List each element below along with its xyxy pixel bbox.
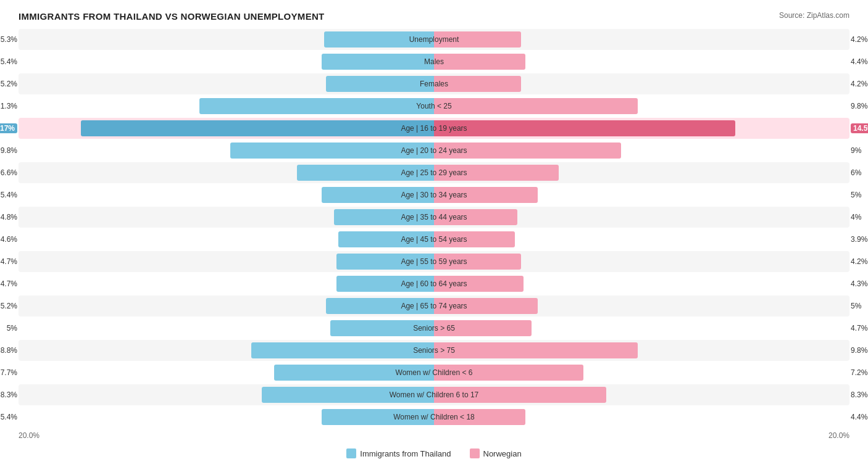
bar-label: Males — [424, 57, 444, 66]
bar-row: 11.3% Youth < 25 9.8% — [19, 96, 849, 117]
bar-label: Seniors > 65 — [413, 324, 455, 333]
bar-inner: 5% Seniors > 65 4.7% — [19, 318, 849, 339]
bar-row: 9.8% Age | 20 to 24 years 9% — [19, 140, 849, 161]
bar-label: Age | 25 to 29 years — [401, 168, 467, 177]
bar-row: 4.7% Age | 55 to 59 years 4.2% — [19, 251, 849, 272]
bar-inner: 5.3% Unemployment 4.2% — [19, 29, 849, 50]
right-value: 6% — [851, 168, 861, 177]
left-bar — [326, 76, 434, 92]
bar-inner: 11.3% Youth < 25 9.8% — [19, 96, 849, 117]
bar-row: 5.2% Age | 65 to 74 years 5% — [19, 295, 849, 316]
right-side: 9.8% — [434, 98, 849, 114]
left-side: 5.4% — [19, 409, 434, 425]
left-value: 5% — [7, 324, 17, 333]
bar-inner: 17% Age | 16 to 19 years 14.5% — [19, 118, 849, 139]
left-bar — [322, 54, 434, 70]
legend: Immigrants from Thailand Norwegian — [19, 448, 849, 458]
bar-label: Age | 60 to 64 years — [401, 279, 467, 288]
bar-label: Age | 45 to 54 years — [401, 235, 467, 244]
right-value: 4.2% — [851, 35, 867, 44]
left-value: 5.3% — [1, 35, 17, 44]
left-value: 4.7% — [1, 279, 17, 288]
legend-label-thailand: Immigrants from Thailand — [360, 449, 451, 458]
axis-min-left: 20.0% — [19, 431, 40, 440]
bar-inner: 4.7% Age | 60 to 64 years 4.3% — [19, 273, 849, 294]
left-side: 4.7% — [19, 276, 434, 292]
bar-inner: 4.8% Age | 35 to 44 years 4% — [19, 207, 849, 228]
right-bar — [434, 54, 525, 70]
left-value: 8.3% — [1, 391, 17, 399]
bar-inner: 4.6% Age | 45 to 54 years 3.9% — [19, 229, 849, 250]
bar-row: 6.6% Age | 25 to 29 years 6% — [19, 162, 849, 183]
right-side: 4.2% — [434, 76, 849, 92]
right-side: 4.7% — [434, 320, 849, 336]
bar-inner: 5.2% Females 4.2% — [19, 73, 849, 94]
legend-box-thailand — [346, 448, 356, 458]
bar-row: 4.8% Age | 35 to 44 years 4% — [19, 207, 849, 228]
right-value: 4% — [851, 213, 861, 221]
right-side: 6% — [434, 165, 849, 181]
bar-label: Youth < 25 — [416, 102, 451, 110]
chart-title: IMMIGRANTS FROM THAILAND VS NORWEGIAN UN… — [19, 11, 325, 22]
right-value: 5% — [851, 302, 861, 310]
right-value: 3.9% — [851, 235, 867, 244]
bar-label: Age | 20 to 24 years — [401, 146, 467, 155]
left-side: 4.6% — [19, 231, 434, 247]
bar-label: Age | 35 to 44 years — [401, 213, 467, 221]
left-side: 9.8% — [19, 143, 434, 159]
bar-row: 5.2% Females 4.2% — [19, 73, 849, 94]
right-value: 7.2% — [851, 368, 867, 377]
chart-container: IMMIGRANTS FROM THAILAND VS NORWEGIAN UN… — [0, 0, 868, 467]
bar-inner: 9.8% Age | 20 to 24 years 9% — [19, 140, 849, 161]
bar-row: 4.7% Age | 60 to 64 years 4.3% — [19, 273, 849, 294]
right-side: 4.4% — [434, 54, 849, 70]
bar-label: Women w/ Children 6 to 17 — [390, 391, 479, 399]
right-bar — [434, 98, 638, 114]
right-value: 14.5% — [851, 123, 868, 133]
left-value: 6.6% — [1, 168, 17, 177]
right-side: 4.3% — [434, 276, 849, 292]
right-value: 9.8% — [851, 346, 867, 355]
right-side: 5% — [434, 187, 849, 203]
left-side: 8.3% — [19, 387, 434, 403]
right-value: 8.3% — [851, 391, 867, 399]
right-side: 3.9% — [434, 231, 849, 247]
bar-label: Females — [420, 80, 448, 88]
left-value: 4.6% — [1, 235, 17, 244]
bar-row: 5.3% Unemployment 4.2% — [19, 29, 849, 50]
right-value: 4.4% — [851, 413, 867, 421]
right-bar — [434, 342, 638, 358]
left-value: 5.2% — [1, 80, 17, 88]
bar-inner: 5.4% Women w/ Children < 18 4.4% — [19, 407, 849, 428]
right-value: 4.2% — [851, 257, 867, 266]
left-value: 4.8% — [1, 213, 17, 221]
bar-label: Age | 30 to 34 years — [401, 191, 467, 199]
left-value: 5.4% — [1, 191, 17, 199]
bar-inner: 5.4% Males 4.4% — [19, 51, 849, 72]
left-side: 11.3% — [19, 98, 434, 114]
bar-label: Age | 16 to 19 years — [401, 124, 467, 133]
left-side: 5.2% — [19, 76, 434, 92]
right-value: 4.2% — [851, 80, 867, 88]
left-value: 9.8% — [1, 146, 17, 155]
left-value: 5.2% — [1, 302, 17, 310]
left-value: 8.8% — [1, 346, 17, 355]
bar-label: Unemployment — [409, 35, 459, 44]
left-value: 5.4% — [1, 57, 17, 66]
bar-inner: 6.6% Age | 25 to 29 years 6% — [19, 162, 849, 183]
left-side: 8.8% — [19, 342, 434, 358]
bar-row: 8.3% Women w/ Children 6 to 17 8.3% — [19, 384, 849, 405]
bar-row: 5.4% Age | 30 to 34 years 5% — [19, 184, 849, 205]
left-bar — [199, 98, 434, 114]
right-side: 4.2% — [434, 31, 849, 48]
axis-row: 20.0% 20.0% — [19, 429, 849, 445]
right-value: 4.7% — [851, 324, 867, 333]
right-side: 14.5% — [434, 120, 849, 136]
right-side: 4% — [434, 209, 849, 225]
right-side: 7.2% — [434, 365, 849, 381]
left-side: 7.7% — [19, 365, 434, 381]
right-side: 8.3% — [434, 387, 849, 403]
left-side: 4.8% — [19, 209, 434, 225]
right-value: 4.4% — [851, 57, 867, 66]
right-bar — [434, 120, 735, 136]
